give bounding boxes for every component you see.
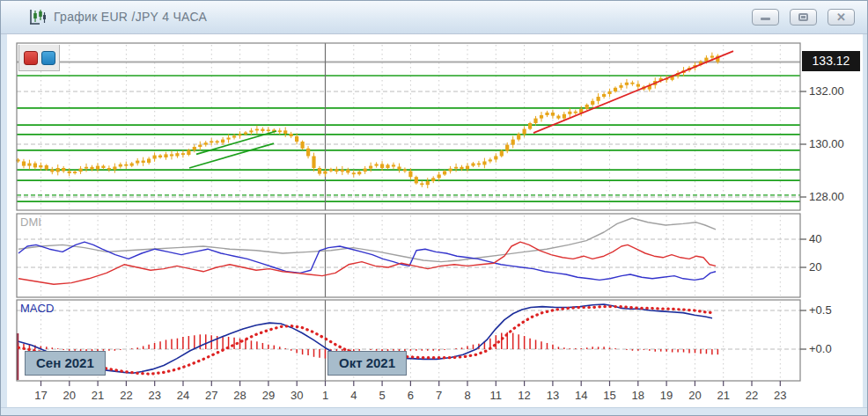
x-axis-label: 17 <box>29 389 54 402</box>
price-axis-label: 132.00 <box>809 84 844 98</box>
blue-marker-button[interactable] <box>41 51 55 65</box>
current-price-flag: 133.12 <box>802 51 860 71</box>
price-axis-label: 130.00 <box>809 137 844 150</box>
x-axis-label: 20 <box>682 389 707 402</box>
bottom-scroll-strip <box>1 407 867 416</box>
x-axis-label: 23 <box>768 389 792 402</box>
x-axis-label: 27 <box>199 389 224 402</box>
price-axis-label: 128.00 <box>809 190 844 203</box>
macd-axis-label: +0.0 <box>809 342 832 355</box>
dmi-axis-label: 20 <box>809 260 821 274</box>
chart-plot-area[interactable] <box>1 1 868 416</box>
x-axis-label: 13 <box>541 389 565 402</box>
x-axis-label: 12 <box>512 389 537 402</box>
x-axis-label: 18 <box>626 389 651 402</box>
red-marker-button[interactable] <box>24 51 38 65</box>
dmi-axis-label: 40 <box>809 232 821 245</box>
x-axis-label: 29 <box>256 389 281 402</box>
x-axis-label: 8 <box>455 389 480 402</box>
x-axis-label: 22 <box>114 389 138 402</box>
x-axis-label: 4 <box>342 389 366 402</box>
macd-panel-label: MACD <box>20 302 54 315</box>
x-axis-label: 23 <box>143 389 167 402</box>
month-badge-september: Сен 2021 <box>25 351 106 376</box>
chart-toolbar <box>18 45 60 71</box>
x-axis-label: 28 <box>228 389 253 402</box>
x-axis-label: 21 <box>85 389 110 402</box>
x-axis-label: 7 <box>427 389 452 402</box>
x-axis-label: 1 <box>313 389 338 402</box>
x-axis-label: 30 <box>284 389 309 402</box>
x-axis-label: 19 <box>654 389 679 402</box>
x-axis-label: 22 <box>739 389 764 402</box>
x-axis-label: 6 <box>398 389 423 402</box>
macd-axis-label: +0.5 <box>809 303 832 317</box>
x-axis-label: 14 <box>569 389 593 402</box>
month-badge-october: Окт 2021 <box>327 351 407 376</box>
x-axis-label: 20 <box>57 389 82 402</box>
x-axis-label: 24 <box>171 389 195 402</box>
x-axis-label: 21 <box>711 389 736 402</box>
x-axis-label: 5 <box>370 389 394 402</box>
x-axis-label: 15 <box>598 389 622 402</box>
x-axis-label: 11 <box>483 389 508 402</box>
chart-window: График EUR /JPY 4 ЧАСА ✕ DMI MACD 133.12… <box>0 0 868 416</box>
dmi-panel-label: DMI <box>20 215 41 229</box>
